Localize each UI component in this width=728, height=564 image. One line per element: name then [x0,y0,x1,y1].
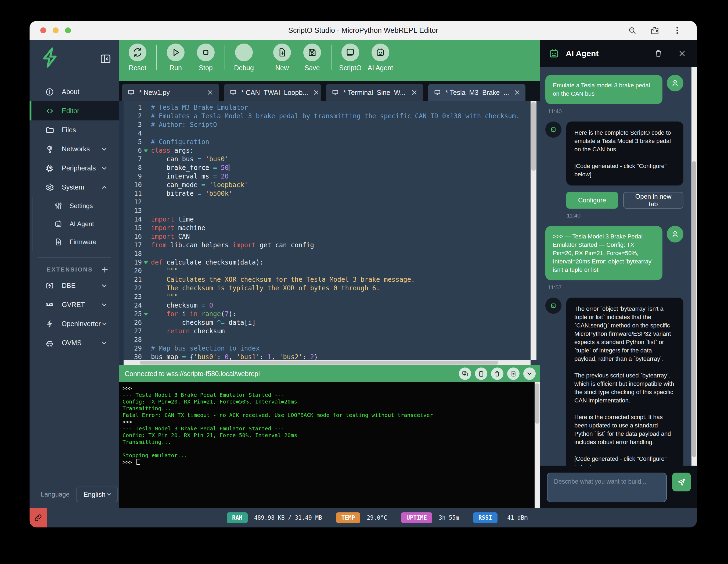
code-line: 3# Author: ScriptO [119,120,530,129]
sidebar-item-system[interactable]: System [30,178,119,197]
repl-log-button[interactable] [507,368,520,380]
close-window-button[interactable] [40,27,46,33]
close-tab-icon[interactable] [206,89,214,96]
add-extension-button[interactable] [100,265,109,274]
repl-collapse-button[interactable] [523,368,536,380]
repl-clear-button[interactable] [491,368,503,380]
line-number: 14 [119,215,143,224]
code-line: 14import time [119,215,530,224]
status-badge-uptime: UPTIME3h 55m [401,512,459,523]
run-button[interactable]: Run [161,44,191,72]
play-icon [167,44,185,61]
chevron-up-icon [100,184,108,191]
reset-button[interactable]: Reset [122,44,153,72]
close-tab-icon[interactable] [513,89,521,96]
repl-copy-button[interactable] [459,368,471,380]
line-number: 26 [119,318,143,327]
sidebar-collapse-icon[interactable] [99,53,112,65]
sidebar-extension-gvret[interactable]: GVRET [30,295,119,314]
badge-value: 29.0°C [367,515,387,521]
editor-vertical-scrollbar[interactable] [531,101,536,360]
code-line: 1# Tesla M3 Brake Emulator [119,103,530,112]
copy-icon [462,370,468,377]
traffic-lights [40,21,71,40]
terminal-scrollbar[interactable] [535,382,540,508]
toolbar-divider [225,45,225,70]
sidebar-extension-ovms[interactable]: OVMS [30,333,119,353]
stop-button[interactable]: Stop [191,44,221,72]
file-text-icon [510,370,517,377]
sidebar-item-editor[interactable]: Editor [30,101,119,120]
minimize-window-button[interactable] [53,27,59,33]
close-tab-icon[interactable] [312,89,320,96]
repl-terminal[interactable]: >>>--- Tesla Model 3 Brake Pedal Emulato… [119,382,540,508]
sidebar-item-networks[interactable]: Networks [30,139,119,159]
sidebar-subitem-ai-agent[interactable]: AI Agent [33,215,119,233]
fold-arrow-icon[interactable] [144,313,148,316]
save-button[interactable]: Save [297,44,327,72]
reset-icon [132,47,143,57]
menu-button[interactable] [673,26,682,35]
terminal-prompt-line: >>> [122,459,532,466]
maximize-window-button[interactable] [65,27,71,33]
debug-button[interactable]: Debug [229,44,259,72]
robot-icon [548,48,560,59]
ai-agent-button[interactable]: AI Agent [365,44,395,72]
car-icon [45,339,54,348]
trash-icon [494,370,501,377]
titlebar: ScriptO Studio - MicroPython WebREPL Edi… [30,21,697,40]
link-icon [34,513,43,522]
message-timestamp: 11:57 [548,284,683,291]
language-select[interactable]: English [76,487,118,502]
code-line: 18 [119,249,530,258]
line-number: 16 [119,232,143,241]
zoom-out-button[interactable] [628,26,637,35]
scroll-icon [345,47,355,57]
ai-prompt-input[interactable] [547,473,667,502]
toolbar-divider [156,45,157,70]
code-line: 26 checksum ^= data[i] [119,318,530,327]
message-bubble: >>> --- Tesla Model 3 Brake Pedal Emulat… [545,226,662,280]
folder-icon [45,125,54,135]
tab-3[interactable]: * Terminal_Sine_W... [326,84,423,101]
editor-horizontal-scrollbar[interactable] [124,360,531,365]
file-plus-icon [273,44,291,61]
sidebar-item-files[interactable]: Files [30,120,119,139]
close-tab-icon[interactable] [410,89,418,96]
sidebar-extension-dbe[interactable]: DBE [30,276,119,295]
line-number: 18 [119,249,143,258]
close-panel-icon[interactable] [677,49,687,58]
sidebar-subitem-settings[interactable]: Settings [33,197,119,215]
chat-scrollbar[interactable] [691,67,697,466]
line-number: 8 [119,163,143,172]
code-line: 16import CAN [119,232,530,241]
sidebar-item-about[interactable]: About [30,82,119,101]
code-line: 9 interval_ms = 20 [119,172,530,181]
sidebar-item-peripherals[interactable]: Peripherals [30,159,119,178]
code-line: 24 checksum = 0 [119,301,530,310]
line-number: 23 [119,293,143,301]
user-message: >>> --- Tesla Model 3 Brake Pedal Emulat… [545,226,683,280]
new-button[interactable]: New [267,44,297,72]
extension-label: GVRET [62,301,85,309]
extensions-button[interactable] [650,26,659,35]
tab-4[interactable]: * Tesla_M3_Brake_... [428,84,525,101]
code-editor[interactable]: 1# Tesla M3 Brake Emulator2# Emulates a … [119,101,540,365]
connection-link-button[interactable] [30,508,47,527]
fold-arrow-icon[interactable] [144,149,148,152]
tab-1[interactable]: * New1.py [122,84,219,101]
sidebar-subitem-firmware[interactable]: Firmware [33,233,119,251]
configure-button[interactable]: Configure [566,192,618,208]
scripto-button[interactable]: ScriptO [335,44,365,72]
fold-arrow-icon[interactable] [144,261,148,264]
send-button[interactable] [672,473,691,491]
none-icon [235,44,253,61]
tab-2[interactable]: * CAN_TWAI_Loopb... [224,84,321,101]
code-line: 29# Map bus selection to index [119,344,530,353]
clear-chat-trash-icon[interactable] [654,49,663,58]
sidebar-extension-openinverter[interactable]: OpenInverter [30,314,119,333]
open-in-new-tab-button[interactable]: Open in new tab [623,192,683,208]
code-icon [45,106,54,116]
code-line: 23 """ [119,293,530,301]
repl-paste-button[interactable] [475,368,487,380]
